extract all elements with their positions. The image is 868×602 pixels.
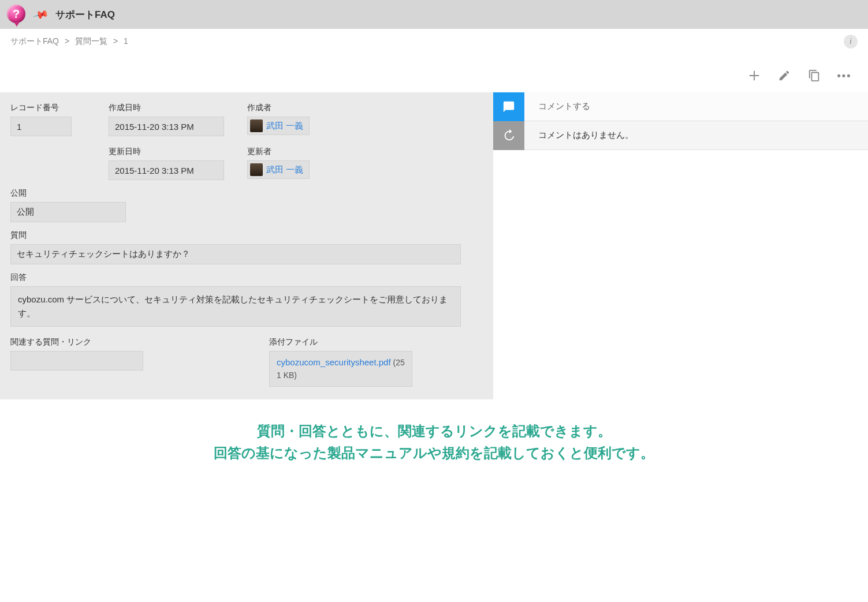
breadcrumb: サポートFAQ > 質問一覧 > 1 (10, 36, 128, 47)
record-panel: レコード番号 1 作成日時 2015-11-20 3:13 PM 作成者 武田 … (0, 92, 493, 399)
comment-area: コメントする コメントはありません。 (524, 92, 868, 399)
help-bubble-icon[interactable]: ? (7, 5, 27, 24)
record-toolbar: ••• (0, 52, 868, 92)
footer-line-1: 質問・回答とともに、関連するリンクを記載できます。 (23, 420, 845, 442)
created-at-value: 2015-11-20 3:13 PM (109, 117, 224, 136)
record-no-label: レコード番号 (10, 103, 85, 113)
avatar (250, 163, 263, 176)
info-icon[interactable]: i (844, 35, 858, 48)
created-by-label: 作成者 (247, 103, 310, 113)
user-link[interactable]: 武田 一義 (266, 121, 303, 132)
created-by-value: 武田 一義 (247, 117, 310, 135)
related-label: 関連する質問・リンク (10, 337, 143, 347)
related-value (10, 351, 143, 371)
publish-label: 公開 (10, 188, 483, 199)
record-no-value: 1 (10, 117, 72, 136)
breadcrumb-id: 1 (124, 36, 128, 46)
app-title: サポートFAQ (55, 8, 115, 21)
updated-by-label: 更新者 (247, 147, 310, 157)
answer-label: 回答 (10, 272, 483, 283)
answer-value: cybozu.com サービスについて、セキュリティ対策を記載したセキュリティチ… (10, 286, 461, 327)
publish-value: 公開 (10, 202, 126, 222)
topbar: ? 📌 サポートFAQ (0, 0, 868, 29)
edit-icon[interactable] (778, 69, 791, 82)
updated-at-label: 更新日時 (109, 147, 224, 157)
updated-at-value: 2015-11-20 3:13 PM (109, 160, 224, 180)
copy-icon[interactable] (808, 69, 821, 82)
more-icon[interactable]: ••• (838, 69, 851, 82)
breadcrumb-root[interactable]: サポートFAQ (10, 36, 59, 46)
user-link[interactable]: 武田 一義 (266, 164, 303, 175)
question-value: セキュリティチェックシートはありますか？ (10, 244, 461, 264)
comment-side-buttons (493, 92, 524, 399)
attachment-box: cybozucom_securitysheet.pdf (251 KB) (269, 351, 412, 387)
comment-input[interactable]: コメントする (524, 92, 868, 121)
avatar (250, 119, 263, 132)
updated-by-value: 武田 一義 (247, 160, 310, 179)
comment-empty-message: コメントはありません。 (524, 121, 868, 150)
breadcrumb-list[interactable]: 質問一覧 (75, 36, 107, 46)
attachment-link[interactable]: cybozucom_securitysheet.pdf (277, 357, 391, 367)
attachment-label: 添付ファイル (269, 337, 412, 347)
pin-icon[interactable]: 📌 (32, 6, 50, 23)
footer-line-2: 回答の基になった製品マニュアルや規約を記載しておくと便利です。 (23, 442, 845, 464)
history-tab-icon[interactable] (493, 121, 524, 150)
comment-tab-icon[interactable] (493, 92, 524, 121)
add-icon[interactable] (748, 69, 761, 82)
created-at-label: 作成日時 (109, 103, 224, 113)
footer-message: 質問・回答とともに、関連するリンクを記載できます。 回答の基になった製品マニュア… (0, 399, 868, 485)
question-label: 質問 (10, 230, 483, 241)
